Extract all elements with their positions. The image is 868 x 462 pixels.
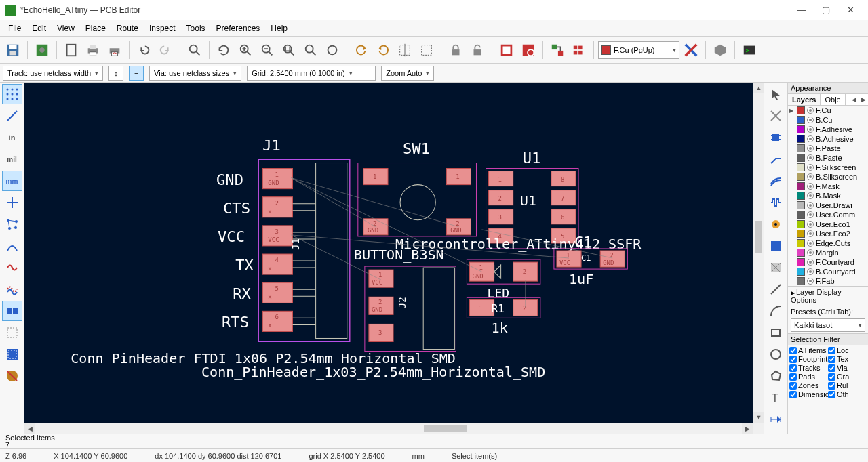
layer-visibility-icon[interactable] xyxy=(807,230,814,237)
layer-visibility-icon[interactable] xyxy=(807,107,814,114)
layer-color-swatch[interactable] xyxy=(797,220,805,228)
layer-visibility-icon[interactable] xyxy=(807,173,814,180)
via-fill-toggle[interactable] xyxy=(2,322,22,343)
lock-button[interactable] xyxy=(446,40,466,60)
undo-button[interactable] xyxy=(134,40,154,60)
filter-item[interactable]: Gra xyxy=(828,373,867,381)
highlight-net-tool[interactable] xyxy=(766,106,786,126)
menu-preferences[interactable]: Preferences xyxy=(211,22,266,35)
flip-button[interactable] xyxy=(395,40,415,60)
units-inches-toggle[interactable]: in xyxy=(2,127,22,148)
tab-scroll-left[interactable]: ◀ xyxy=(849,96,859,103)
layer-row[interactable]: ▶ B.Courtyard xyxy=(788,267,868,276)
layer-color-swatch[interactable] xyxy=(797,135,805,143)
layer-color-swatch[interactable] xyxy=(797,173,805,181)
filter-item[interactable]: Tracks xyxy=(789,364,828,372)
layer-color-swatch[interactable] xyxy=(797,268,805,276)
filter-checkbox[interactable] xyxy=(828,373,835,381)
layer-color-swatch[interactable] xyxy=(797,182,805,190)
menu-view[interactable]: View xyxy=(52,22,80,35)
filter-item[interactable]: Footprints xyxy=(789,355,828,363)
presets-dropdown[interactable]: Kaikki tasot▾ xyxy=(791,318,865,332)
layer-row[interactable]: ▶ User.Eco1 xyxy=(788,219,868,229)
grid-display-toggle[interactable] xyxy=(2,84,22,104)
place-zone-tool[interactable] xyxy=(766,236,786,256)
via-size-dropdown[interactable]: Via: use netclass sizes▾ xyxy=(149,66,241,81)
filter-checkbox[interactable] xyxy=(789,347,797,354)
layer-row[interactable]: ▶ B.Adhesive xyxy=(788,134,868,144)
layer-color-swatch[interactable] xyxy=(797,106,805,114)
mirror-button[interactable] xyxy=(416,40,437,60)
track-width-dropdown[interactable]: Track: use netclass width▾ xyxy=(3,66,103,81)
drc-button[interactable] xyxy=(569,40,589,60)
horizontal-scrollbar[interactable]: ◀ ▶ xyxy=(24,423,753,434)
layer-visibility-icon[interactable] xyxy=(807,192,814,199)
menu-file[interactable]: File xyxy=(3,22,26,35)
layer-display-options[interactable]: ▶Layer Display Options xyxy=(788,286,868,306)
menu-route[interactable]: Route xyxy=(111,22,144,35)
layer-visibility-icon[interactable] xyxy=(807,268,814,275)
filter-checkbox[interactable] xyxy=(789,364,797,372)
filter-checkbox[interactable] xyxy=(828,356,835,363)
layer-color-swatch[interactable] xyxy=(797,201,805,209)
layer-color-swatch[interactable] xyxy=(797,277,805,285)
menu-inspect[interactable]: Inspect xyxy=(144,22,181,35)
layer-row[interactable]: ▶ B.Cu xyxy=(788,115,868,125)
grid-dropdown[interactable]: Grid: 2.5400 mm (0.1000 in)▾ xyxy=(247,66,376,81)
page-settings-button[interactable] xyxy=(61,40,81,60)
place-footprint-tool[interactable] xyxy=(766,127,786,148)
place-text-tool[interactable]: T xyxy=(766,387,786,408)
filter-item[interactable]: Tex xyxy=(828,355,867,363)
scripting-console-button[interactable]: >_ xyxy=(739,40,760,60)
filter-checkbox[interactable] xyxy=(789,382,797,390)
layer-visibility-icon[interactable] xyxy=(807,126,814,133)
layer-row[interactable]: ▶ B.Paste xyxy=(788,153,868,163)
plot-button[interactable] xyxy=(104,40,125,60)
menu-help[interactable]: Help xyxy=(265,22,293,35)
print-button[interactable] xyxy=(83,40,103,60)
contrast-mode-toggle[interactable] xyxy=(2,366,22,386)
layer-color-swatch[interactable] xyxy=(797,154,805,162)
layer-color-swatch[interactable] xyxy=(797,249,805,257)
tab-objects[interactable]: Obje xyxy=(821,94,845,105)
layer-visibility-icon[interactable] xyxy=(807,164,814,171)
place-dimension-tool[interactable] xyxy=(766,409,786,429)
place-via-tool[interactable] xyxy=(766,214,786,234)
refresh-button[interactable] xyxy=(214,40,234,60)
layer-row[interactable]: ▶ F.Fab xyxy=(788,276,868,286)
unlock-button[interactable] xyxy=(467,40,488,60)
layer-color-swatch[interactable] xyxy=(797,144,805,152)
filter-checkbox[interactable] xyxy=(789,356,797,363)
layer-visibility-icon[interactable] xyxy=(807,249,814,256)
layer-color-swatch[interactable] xyxy=(797,116,805,124)
layer-visibility-icon[interactable] xyxy=(807,221,814,228)
active-layer-dropdown[interactable]: F.Cu (PgUp) ▾ xyxy=(598,41,679,59)
layer-row[interactable]: ▶ F.Adhesive xyxy=(788,125,868,134)
zoom-tool-button[interactable] xyxy=(322,40,342,60)
find-button[interactable] xyxy=(184,40,205,60)
place-line-tool[interactable] xyxy=(766,279,786,299)
layer-visibility-icon[interactable] xyxy=(807,183,814,190)
tune-length-tool[interactable] xyxy=(766,192,786,213)
route-diff-pair-tool[interactable] xyxy=(766,171,786,191)
layer-row[interactable]: ▶ F.Mask xyxy=(788,182,868,191)
filter-checkbox[interactable] xyxy=(828,382,835,390)
zoom-selection-button[interactable] xyxy=(300,40,321,60)
zoom-fit-button[interactable] xyxy=(279,40,299,60)
filter-item[interactable]: All items xyxy=(789,346,828,354)
place-rect-tool[interactable] xyxy=(766,322,786,343)
filter-item[interactable]: Dimensions xyxy=(789,390,828,398)
menu-place[interactable]: Place xyxy=(80,22,111,35)
route-track-tool[interactable] xyxy=(766,149,786,169)
units-mm-toggle[interactable]: mm xyxy=(2,171,22,191)
layer-visibility-icon[interactable] xyxy=(807,259,814,266)
rotate-ccw-button[interactable] xyxy=(351,40,372,60)
filter-checkbox[interactable] xyxy=(828,391,835,398)
filter-item[interactable]: Rul xyxy=(828,381,867,390)
layer-row[interactable]: ▶ Edge.Cuts xyxy=(788,238,868,248)
layer-row[interactable]: ▶ User.Drawi xyxy=(788,201,868,210)
track-fill-toggle[interactable] xyxy=(2,344,22,364)
layer-visibility-icon[interactable] xyxy=(807,278,814,285)
layer-visibility-icon[interactable] xyxy=(807,202,814,209)
scroll-up-arrow[interactable]: ▲ xyxy=(753,83,764,93)
